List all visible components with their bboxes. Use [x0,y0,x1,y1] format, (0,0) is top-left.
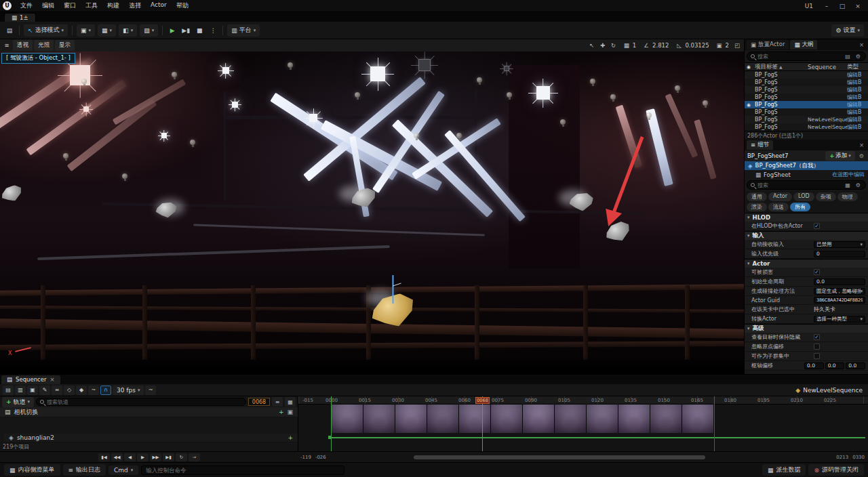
filmstrip-thumbnail[interactable] [395,405,427,433]
checkbox-checked[interactable]: ✓ [814,334,820,340]
rect-light-sprite-icon[interactable] [307,111,320,125]
track-filter-icon[interactable]: ≡ [272,397,283,407]
input-priority-field[interactable]: 0 [814,251,865,257]
menubar-item[interactable]: 窗口 [59,0,81,12]
keyframe-icon[interactable]: ◇ [64,386,75,395]
filmstrip-thumbnail[interactable] [618,405,650,433]
close-details-icon[interactable]: × [857,142,866,148]
rect-light-sprite-icon[interactable] [160,131,168,140]
prev-key-button[interactable]: ◀◀ [111,453,123,461]
outliner-row[interactable]: BP_FogSNewLevelSequence编辑B [745,123,868,131]
close-tab-icon[interactable]: × [50,376,54,383]
camera-lock-icon[interactable]: ▣ [287,409,293,415]
edit-icon[interactable]: ✎ [39,386,50,395]
section-actor[interactable]: ▾ Actor [745,259,868,268]
column-item-label[interactable]: 项目标签 ▲ [755,63,808,71]
camera-cut-filmstrip[interactable] [332,405,714,433]
maximize-button[interactable]: □ [835,1,850,11]
play-in-editor-button[interactable]: ▶ [167,24,178,37]
blueprints-dropdown[interactable]: ▦ ▾ [98,24,116,37]
curve-tools-icon[interactable]: ~ [88,386,99,395]
edit-blueprint-link[interactable]: 编辑B [847,71,866,79]
track-search-input[interactable] [47,399,242,405]
filmstrip-thumbnail[interactable] [332,405,363,433]
auto-key-icon[interactable]: ◆ [76,386,87,395]
playback-range-end[interactable] [714,396,715,451]
timeline-ruler[interactable]: -015000000150030004500600075009001050120… [298,396,868,405]
viewport-canvas[interactable]: [ 驾驶激活 - Object_1- ] X [0,51,744,374]
create-camera-icon[interactable]: ▣ [27,386,38,395]
details-settings-icon[interactable]: ⚙ [854,182,862,188]
outliner-row[interactable]: BP_FogS编辑B [745,94,868,101]
section-advanced[interactable]: ▾ 高级 [745,324,868,333]
add-component-button[interactable]: + 添加 ▾ [825,151,855,161]
play-options-icon[interactable]: ⋮ [208,24,218,37]
actions-icon[interactable]: ≡ [52,386,62,395]
outliner-save-icon[interactable]: ▤ [844,54,852,60]
filmstrip-thumbnail[interactable] [363,405,395,433]
playhead[interactable] [482,396,483,451]
component-row-fogsheet[interactable]: ▦ FogSheet 在蓝图中编辑 [745,170,868,179]
settings-dropdown[interactable]: ⚙ 设置 ▾ [831,24,864,37]
outliner-settings-icon[interactable]: ⚙ [854,54,862,60]
cmd-dropdown[interactable]: Cmd ▾ [108,465,138,475]
point-light-sprite-icon[interactable] [646,112,652,120]
filmstrip-thumbnail[interactable] [587,405,618,433]
menubar-item[interactable]: 工具 [81,0,102,12]
edit-blueprint-link[interactable]: 编辑B [847,123,866,131]
rect-light-sprite-icon[interactable] [366,62,389,85]
track-camera-cuts[interactable]: ▤ 相机切换 + ▣ [0,407,298,417]
render-movie-icon[interactable]: ▥ [15,386,26,395]
menubar-item[interactable]: 文件 [16,0,37,12]
filmstrip-thumbnail[interactable] [427,405,459,433]
statue-actor[interactable] [604,220,631,243]
play-button[interactable]: ▶ [137,453,149,461]
rect-light-sprite-icon[interactable] [533,83,553,103]
track-section-bar[interactable] [332,437,865,438]
tab-place-actors[interactable]: ▣ 放置Actor [747,40,789,49]
scale-snap-control[interactable]: ◺ 0.03125 [672,42,711,49]
point-light-sprite-icon[interactable] [414,133,419,140]
level-tab[interactable]: ▦ 1± [4,13,36,22]
details-search-input[interactable] [757,182,841,188]
viewport-menu-icon[interactable]: ≡ [2,42,12,49]
filter-chip[interactable]: 通用 [747,192,767,201]
pivot-x-field[interactable]: 0.0 [804,362,824,369]
point-light-sprite-icon[interactable] [81,79,87,86]
filmstrip-thumbnail[interactable] [523,405,555,433]
rotation-snap-control[interactable]: ∠ 2.812 [639,42,671,49]
camera-speed-control[interactable]: ▣ 2 [713,42,731,49]
menubar-item[interactable]: 构建 [102,0,124,12]
tab-details[interactable]: ≡ 细节 [747,140,773,150]
checkbox-checked[interactable]: ✓ [814,223,820,229]
point-light-sprite-icon[interactable] [288,62,293,70]
point-light-sprite-icon[interactable] [507,92,512,100]
loop-button[interactable]: ↻ [176,453,187,461]
add-section-icon[interactable]: + [288,434,293,441]
checkbox-unchecked[interactable] [814,353,820,359]
show-flags-dropdown[interactable]: 显示 [55,40,75,51]
prev-frame-button[interactable]: ◀ [124,453,136,461]
initial-lifespan-field[interactable]: 0.0 [814,278,865,285]
timeline-scrollbar[interactable] [414,455,705,459]
details-filter-icon[interactable]: ▦ [844,182,852,188]
statue-actor[interactable] [1,184,23,203]
component-row-self[interactable]: ◈ BP_FogSheet7（自我） [745,161,868,170]
filmstrip-thumbnail[interactable] [650,405,682,433]
outliner-search[interactable]: ▤ ⚙ [747,51,866,61]
view-range-start-label[interactable]: -119 [300,455,311,460]
outliner-row[interactable]: BP_FogSNewLevelSequence编辑B [745,116,868,123]
rect-light-sprite-icon[interactable] [415,56,434,75]
point-light-sprite-icon[interactable] [610,94,616,102]
add-track-button[interactable]: + 轨道 ▾ [2,397,34,407]
fps-dropdown[interactable]: 30 fps ▾ [113,386,144,395]
edit-blueprint-link[interactable]: 编辑B [847,108,866,116]
skip-button[interactable]: ▶▮ [180,24,191,37]
track-search[interactable] [36,398,246,406]
menubar-item[interactable]: Actor [146,0,172,12]
source-control-button[interactable]: ⊗ 源码管理关闭 [808,464,864,476]
filter-chip[interactable]: 所有 [790,203,810,211]
working-range-start-label[interactable]: -026 [315,455,326,460]
filter-chip[interactable]: LOD [793,192,814,201]
rect-light-sprite-icon[interactable] [220,65,231,76]
